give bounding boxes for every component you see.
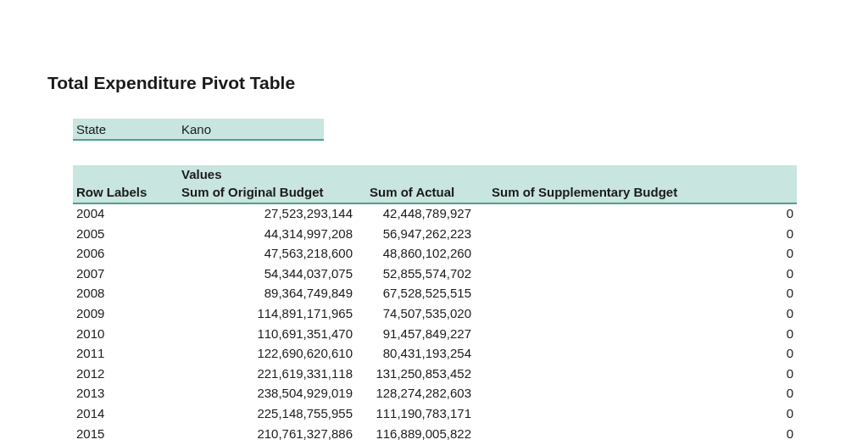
pivot-document-page: Total Expenditure Pivot Table State Kano… [0, 0, 868, 445]
cell-original-budget: 210,761,327,886 [183, 426, 353, 441]
page-title: Total Expenditure Pivot Table [47, 73, 295, 93]
cell-original-budget: 54,344,037,075 [183, 266, 353, 281]
table-row: 2015210,761,327,886116,889,005,8220 [73, 425, 797, 445]
filter-label: State [73, 122, 181, 136]
cell-actual: 116,889,005,822 [353, 426, 471, 441]
cell-actual: 74,507,535,020 [353, 306, 471, 320]
cell-year: 2014 [76, 406, 104, 420]
cell-year: 2012 [76, 366, 104, 381]
cell-actual: 91,457,849,227 [353, 326, 471, 341]
col-header-actual: Sum of Actual [370, 185, 454, 199]
table-row: 2009114,891,171,96574,507,535,0200 [73, 304, 797, 325]
cell-original-budget: 221,619,331,118 [183, 366, 353, 381]
cell-supplementary: 0 [581, 226, 793, 241]
cell-year: 2010 [76, 326, 104, 341]
table-row: 200427,523,293,14442,448,789,9270 [73, 204, 797, 225]
cell-supplementary: 0 [581, 306, 793, 320]
cell-supplementary: 0 [581, 406, 793, 420]
cell-supplementary: 0 [581, 386, 793, 400]
table-row: 200544,314,997,20856,947,262,2230 [73, 225, 797, 245]
cell-original-budget: 114,891,171,965 [183, 306, 353, 320]
cell-year: 2011 [76, 346, 104, 360]
cell-year: 2007 [76, 266, 104, 281]
col-header-row-labels: Row Labels [76, 185, 147, 199]
cell-supplementary: 0 [581, 246, 793, 260]
cell-actual: 52,855,574,702 [353, 266, 471, 281]
cell-original-budget: 225,148,755,955 [183, 406, 353, 420]
table-row: 2012221,619,331,118131,250,853,4520 [73, 364, 797, 385]
cell-year: 2004 [76, 206, 104, 220]
cell-original-budget: 89,364,749,849 [183, 286, 353, 300]
cell-actual: 111,190,783,171 [353, 406, 471, 420]
cell-year: 2009 [76, 306, 104, 320]
table-row: 200647,563,218,60048,860,102,2600 [73, 244, 797, 264]
cell-supplementary: 0 [581, 426, 793, 441]
table-row: 2010110,691,351,47091,457,849,2270 [73, 325, 797, 345]
filter-bar: State Kano [73, 119, 324, 141]
table-row: 200889,364,749,84967,528,525,5150 [73, 284, 797, 304]
cell-year: 2005 [76, 226, 104, 241]
cell-year: 2015 [76, 426, 104, 441]
cell-original-budget: 47,563,218,600 [183, 246, 353, 260]
col-header-original: Sum of Original Budget [181, 185, 324, 199]
cell-original-budget: 110,691,351,470 [183, 326, 353, 341]
table-row: 200754,344,037,07552,855,574,7020 [73, 264, 797, 285]
filter-value: Kano [181, 122, 211, 136]
cell-actual: 42,448,789,927 [353, 206, 471, 220]
cell-supplementary: 0 [581, 326, 793, 341]
cell-supplementary: 0 [581, 346, 793, 360]
cell-year: 2013 [76, 386, 104, 400]
cell-original-budget: 122,690,620,610 [183, 346, 353, 360]
cell-year: 2008 [76, 286, 104, 300]
cell-actual: 67,528,525,515 [353, 286, 471, 300]
col-header-supplementary: Sum of Supplementary Budget [492, 185, 677, 199]
cell-original-budget: 27,523,293,144 [183, 206, 353, 220]
cell-supplementary: 0 [581, 286, 793, 300]
cell-original-budget: 238,504,929,019 [183, 386, 353, 400]
cell-actual: 48,860,102,260 [353, 246, 471, 260]
cell-actual: 56,947,262,223 [353, 226, 471, 241]
cell-year: 2006 [76, 246, 104, 260]
table-row: 2011122,690,620,61080,431,193,2540 [73, 344, 797, 364]
cell-actual: 128,274,282,603 [353, 386, 471, 400]
table-row: 2013238,504,929,019128,274,282,6030 [73, 384, 797, 404]
cell-supplementary: 0 [581, 366, 793, 381]
values-header: Values [181, 167, 222, 181]
cell-original-budget: 44,314,997,208 [183, 226, 353, 241]
cell-supplementary: 0 [581, 266, 793, 281]
table-row: 2014225,148,755,955111,190,783,1710 [73, 404, 797, 425]
cell-supplementary: 0 [581, 206, 793, 220]
cell-actual: 80,431,193,254 [353, 346, 471, 360]
pivot-table-body: 200427,523,293,14442,448,789,9270200544,… [73, 204, 797, 444]
cell-actual: 131,250,853,452 [353, 366, 471, 381]
